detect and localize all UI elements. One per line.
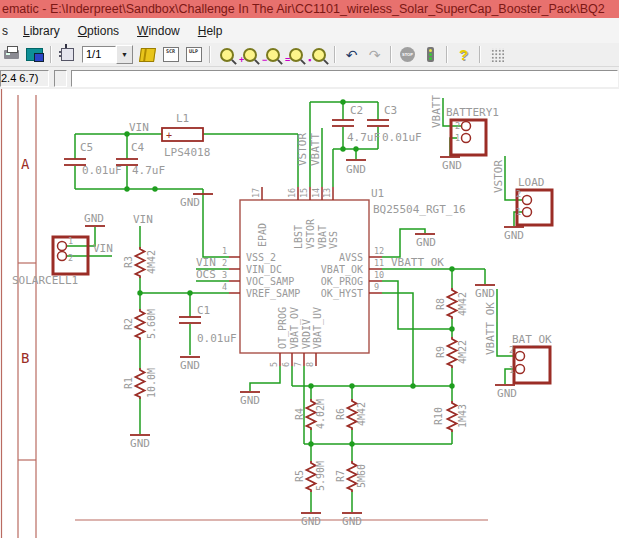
net-label-ocs: OCS — [196, 268, 216, 281]
run-ulp-button[interactable]: ULP — [182, 44, 205, 65]
toolbar-separator — [209, 46, 211, 63]
part-bat-ok-connector[interactable]: 2 1 BAT_OK — [509, 333, 552, 383]
u1-pin-number: 5 — [269, 362, 279, 367]
traffic-light-icon — [427, 47, 434, 62]
zoom-select-glyph: ▪ — [308, 56, 311, 65]
u1-pin-number: 7 — [293, 362, 303, 367]
zoom-fit-button[interactable] — [215, 44, 238, 65]
r3-value: 4M42 — [146, 250, 157, 274]
zoom-in-button[interactable]: + — [238, 44, 261, 65]
zoom-select-button[interactable]: ▪ — [307, 44, 330, 65]
u1-pin-name: VSS — [328, 231, 339, 249]
c4-name: C4 — [131, 141, 145, 154]
ulp-icon: ULP — [186, 47, 202, 62]
part-battery1-connector[interactable]: 2 1 BATTERY1 — [446, 106, 499, 155]
print-icon — [4, 50, 19, 59]
u1-pin-name: VIN_DC — [246, 264, 282, 276]
stop-button[interactable]: STOP — [396, 44, 419, 65]
battery1-name: BATTERY1 — [446, 106, 499, 119]
net-label-gnd: GND — [442, 159, 462, 172]
menu-item-help[interactable]: Help — [189, 22, 232, 40]
toolbar-separator — [446, 46, 448, 63]
command-mini-box[interactable] — [54, 70, 67, 87]
net-label-gnd: GND — [84, 212, 104, 225]
erc-button[interactable] — [419, 44, 442, 65]
stop-icon: STOP — [400, 47, 415, 62]
schematic-canvas[interactable]: A B — [0, 89, 619, 538]
u1-pin-name: VBAT — [317, 225, 328, 249]
r5-value: 5.90M — [315, 461, 326, 491]
r9-value: 4M22 — [457, 340, 468, 364]
net-label-vin: VIN — [133, 213, 153, 226]
c2-name: C2 — [350, 104, 363, 117]
part-solarcell1-connector[interactable]: 1 2 SOLARCELL1 — [12, 236, 88, 287]
r1-name: R1 — [123, 377, 134, 389]
net-label-gnd: GND — [180, 359, 200, 372]
l1-name: L1 — [176, 112, 189, 125]
net-label-gnd: GND — [130, 437, 150, 450]
u1-pin-name: VBAT_OV — [289, 307, 301, 349]
bat-ok-pin-number: 2 — [509, 345, 514, 355]
command-bar: 2.4 6.7) — [0, 67, 619, 89]
c5-value: 0.01uF — [82, 164, 122, 177]
script-icon: SCR — [163, 47, 179, 62]
u1-pin-number: 14 — [311, 188, 321, 198]
u1-pin-number: 11 — [374, 258, 384, 268]
zoom-fit-icon — [220, 48, 234, 62]
r6-name: R6 — [335, 408, 346, 420]
menu-item-partial[interactable]: s — [0, 22, 14, 40]
u1-pin-number: 8 — [305, 362, 315, 367]
u1-pin-number: 17 — [251, 188, 261, 198]
solarcell1-name: SOLARCELL1 — [12, 274, 78, 287]
menu-item-options[interactable]: Options — [69, 22, 128, 40]
load-pin-number: 1 — [516, 207, 521, 217]
use-device-button[interactable] — [56, 44, 79, 65]
u1-name: U1 — [371, 187, 384, 200]
net-label-vbatt: VBATT — [430, 95, 443, 128]
u1-value: BQ25504_RGT_16 — [373, 203, 466, 216]
board-icon — [26, 48, 43, 61]
u1-pin-number: 4 — [222, 282, 227, 292]
net-label-gnd: GND — [346, 163, 366, 176]
library-button[interactable] — [136, 44, 159, 65]
part-l1-inductor[interactable]: + L1 LPS4018 — [162, 112, 210, 159]
help-button[interactable]: ? — [452, 44, 475, 65]
menu-item-window[interactable]: Window — [128, 22, 189, 40]
zoom-redraw-button[interactable]: = — [284, 44, 307, 65]
redo-button[interactable]: ↷ — [363, 44, 386, 65]
c2-value: 4.7uF — [347, 131, 380, 144]
open-board-button[interactable] — [23, 44, 46, 65]
sheet-selector[interactable]: 1/1 ▼ — [82, 45, 133, 64]
net-label-vbatt-ok: VBATT_OK — [484, 302, 497, 355]
redo-icon: ↷ — [369, 48, 381, 62]
net-label-gnd: GND — [497, 387, 517, 400]
sheet-value[interactable]: 1/1 — [82, 46, 116, 63]
u1-pin-number: 9 — [374, 282, 379, 292]
u1-pin-name: AVSS — [339, 252, 363, 263]
schematic-svg[interactable]: A B — [0, 89, 619, 538]
u1-pin-name: VRDIV — [301, 319, 312, 349]
net-label-vbatt-ok: VBATT_OK — [391, 256, 444, 269]
bat-ok-name: BAT_OK — [512, 333, 552, 346]
zoom-out-button[interactable]: − — [261, 44, 284, 65]
command-input[interactable] — [71, 70, 618, 87]
undo-button[interactable]: ↶ — [340, 44, 363, 65]
grid-button[interactable] — [485, 44, 508, 65]
part-u1-bq25504[interactable]: U1 BQ25504_RGT_16 VSS_2 VIN_DC VOC_SAMP … — [222, 187, 466, 367]
run-script-button[interactable]: SCR — [159, 44, 182, 65]
net-label-vstor: VSTOR — [296, 133, 309, 166]
zoom-out-icon — [266, 48, 280, 62]
menu-item-library[interactable]: Library — [14, 22, 69, 40]
c3-value: 0.01uF — [382, 131, 422, 144]
r2-name: R2 — [123, 318, 134, 330]
toolbar: 1/1 ▼ SCR ULP + − = ▪ ↶ ↷ STOP ? — [0, 43, 619, 67]
sheet-dropdown-arrow-icon[interactable]: ▼ — [116, 45, 133, 64]
net-label-vin: VIN — [93, 242, 113, 255]
c5-name: C5 — [80, 141, 93, 154]
library-book-icon — [139, 48, 156, 62]
frame-row-b: B — [21, 350, 29, 366]
print-button[interactable] — [0, 44, 23, 65]
coordinate-display: 2.4 6.7) — [0, 70, 49, 87]
zoom-out-glyph: − — [262, 56, 267, 65]
u1-pin-number: 12 — [374, 246, 384, 256]
